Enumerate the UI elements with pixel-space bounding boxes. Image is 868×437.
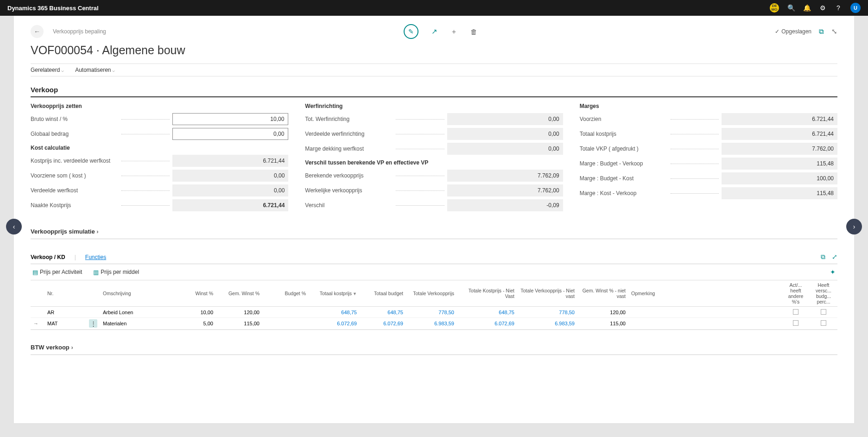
cell-totvkp-nv[interactable]: 6.983,59 [517,319,577,328]
th-winst[interactable]: Winst % [184,289,216,298]
th-heeft-budg[interactable]: Heeft versc... budg... perc... [810,280,837,306]
table-row[interactable]: AR Arbeid Lonen 10,00 120,00 648,75 648,… [31,307,837,318]
label-berekende-vkp: Berekende verkoopprijs [305,172,393,179]
table-row[interactable]: → MAT ⋮ Materialen 5,00 115,00 6.072,69 … [31,318,837,329]
value-tot-werfinrichting: 0,00 [447,113,563,125]
help-icon[interactable]: ? [835,4,842,12]
label-marge-budget-verkoop: Marge : Budget - Verkoop [580,160,668,167]
value-marge-dekking: 0,00 [447,143,563,155]
value-werkelijke-vkp: 7.762,00 [447,184,563,196]
value-verschil: -0,09 [447,199,563,211]
subhead-verschil-vp: Verschil tussen berekende VP en effectie… [305,159,563,166]
label-verdeelde-werfkost: Verdeelde werfkost [31,187,119,194]
checkbox-act-pc[interactable] [793,309,798,315]
cell-winst: 5,00 [184,319,216,328]
search-icon[interactable]: 🔍 [787,4,795,12]
section-title-verkoop: Verkoop [31,86,837,97]
section-title-simulatie[interactable]: Verkoopprijs simulatie [31,228,837,239]
value-totale-vkp: 7.762,00 [722,143,837,155]
th-totbudget[interactable]: Totaal budget [360,289,406,298]
settings-icon[interactable]: ⚙ [819,4,826,12]
value-marge-budget-kost: 100,00 [722,172,837,184]
cell-totvkp[interactable]: 6.983,59 [406,319,457,328]
row-actions[interactable] [86,311,100,314]
cell-totvkp[interactable]: 778,50 [406,308,457,317]
cell-totkost-nv[interactable]: 648,75 [457,308,517,317]
tool-prijs-per-activiteit[interactable]: ▤ Prijs per Activiteit [32,269,82,276]
label-marge-dekking: Marge dekking werfkost [305,146,393,152]
row-actions[interactable]: ⋮ [86,318,100,329]
value-marge-kost-verkoop: 115,48 [722,187,837,199]
popout-icon[interactable]: ⧉ [819,27,824,36]
row-menu-icon[interactable]: ⋮ [89,319,97,328]
next-record-button[interactable]: › [846,219,862,234]
checkbox-heeft-budg[interactable] [821,320,826,326]
value-marge-budget-verkoop: 115,48 [722,158,837,170]
kd-popout-icon[interactable]: ⧉ [821,253,825,261]
checkbox-heeft-budg[interactable] [821,309,826,315]
label-verschil: Verschil [305,202,393,209]
label-voorzien: Voorzien [580,116,668,122]
kd-functies-link[interactable]: Functies [85,254,106,260]
kd-settings-icon[interactable]: ✦ [830,268,836,276]
th-gemwinst[interactable]: Gem. Winst % [216,289,262,298]
kd-expand-icon[interactable]: ⤢ [832,253,837,261]
value-verdeelde-werfkost: 0,00 [172,184,288,196]
cell-gemwinst: 120,00 [216,308,262,317]
th-gemwinst-nv[interactable]: Gem. Winst % - niet vast [577,286,628,301]
cell-totkost-nv[interactable]: 6.072,69 [457,319,517,328]
cell-nr: AR [44,308,86,317]
page-header: ← Verkoopprijs bepaling ✎ ↗ ＋ 🗑 Opgeslag… [31,24,837,39]
tool-prijs-per-middel[interactable]: ▥ Prijs per middel [93,269,139,276]
app-top-bar: Dynamics 365 Business Central DEMO 🔍 🔔 ⚙… [0,0,868,16]
prev-record-button[interactable]: ‹ [6,219,22,234]
label-verdeelde-werfinrichting: Verdeelde werfinrichting [305,131,393,137]
page-title: VOF000054 · Algemene bouw [31,44,837,57]
edit-button[interactable]: ✎ [404,24,418,39]
cell-totkost[interactable]: 6.072,69 [309,319,360,328]
notifications-icon[interactable]: 🔔 [803,4,811,12]
th-omschrijving[interactable]: Omschrijving [100,289,184,298]
cell-gemwinst: 115,00 [216,319,262,328]
label-voorziene-som: Voorziene som ( kost ) [31,172,119,179]
verkoop-fields: Verkoopprijs zetten Bruto winst / % 10,0… [31,103,837,214]
label-marge-budget-kost: Marge : Budget - Kost [580,175,668,182]
cell-totbudget[interactable]: 648,75 [360,308,406,317]
th-totkost-nv[interactable]: Totale Kostprijs - Niet Vast [457,286,517,301]
value-voorziene-som: 0,00 [172,170,288,182]
label-tot-werfinrichting: Tot. Werfinrichting [305,116,393,122]
menu-automate[interactable]: Automatiseren [75,67,115,73]
input-bruto-winst[interactable]: 10,00 [172,113,288,125]
cell-totvkp-nv[interactable]: 778,50 [517,308,577,317]
page-canvas: ← Verkoopprijs bepaling ✎ ↗ ＋ 🗑 Opgeslag… [14,16,854,423]
app-title: Dynamics 365 Business Central [7,5,99,12]
new-icon[interactable]: ＋ [450,27,457,36]
demo-badge: DEMO [770,3,779,13]
subhead-marges: Marges [580,103,837,109]
checkbox-act-pc[interactable] [793,320,798,326]
tool-prijs-per-middel-label: Prijs per middel [101,269,139,275]
th-totkost[interactable]: Totaal kostprijs▼ [309,289,360,298]
th-nr[interactable]: Nr. [44,289,86,298]
table-body: AR Arbeid Lonen 10,00 120,00 648,75 648,… [31,307,837,329]
back-button[interactable]: ← [31,25,44,38]
delete-icon[interactable]: 🗑 [470,28,477,36]
verkoop-col2: Werfinrichting Tot. Werfinrichting 0,00 … [305,103,563,214]
cell-totbudget[interactable]: 6.072,69 [360,319,406,328]
cell-totkost[interactable]: 648,75 [309,308,360,317]
th-budget-pc[interactable]: Budget % [262,289,309,298]
th-totvkp-nv[interactable]: Totale Verkoopprijs - Niet vast [517,286,577,301]
th-totvkp[interactable]: Totale Verkoopprijs [406,289,457,298]
section-title-btw-verkoop[interactable]: BTW verkoop [31,344,837,355]
menu-related[interactable]: Gerelateerd [31,67,64,73]
collapse-icon[interactable]: ⤡ [831,27,837,36]
user-avatar[interactable]: U [850,3,861,13]
th-opmerking[interactable]: Opmerking [628,289,782,298]
label-totaal-kostprijs: Totaal kostprijs [580,131,668,137]
canvas-wrapper: ‹ › ← Verkoopprijs bepaling ✎ ↗ ＋ 🗑 Opge… [0,16,868,437]
th-act-pc[interactable]: Act/... heeft andere %'s [782,280,810,306]
share-icon[interactable]: ↗ [431,27,437,36]
kd-table: Nr. Omschrijving Winst % Gem. Winst % Bu… [31,280,837,330]
input-globaal-bedrag[interactable]: 0,00 [172,128,288,140]
verkoop-kd-bar: Verkoop / KD | Functies ⧉ ⤢ [31,253,837,264]
